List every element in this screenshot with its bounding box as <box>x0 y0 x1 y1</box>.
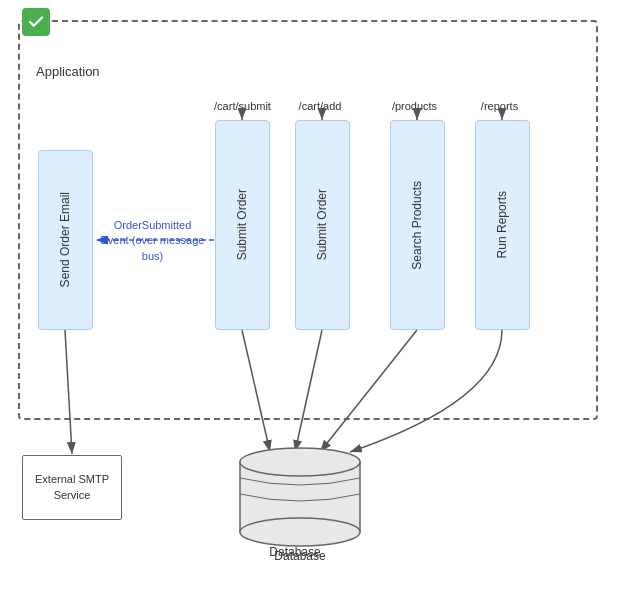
event-label: OrderSubmitted Event (over message bus) <box>100 218 205 264</box>
application-label: Application <box>36 64 100 79</box>
run-reports-box: Run Reports <box>475 120 530 330</box>
smtp-box: External SMTPService <box>22 455 122 520</box>
route-reports: /reports <box>467 100 532 112</box>
send-order-email-box: Send Order Email <box>38 150 93 330</box>
search-products-label: Search Products <box>410 181 426 270</box>
diagram-container: Application /cart/submit /cart/add /prod… <box>0 0 630 593</box>
send-order-email-label: Send Order Email <box>58 192 74 287</box>
route-cart-add: /cart/add <box>290 100 350 112</box>
submit-order-1-label: Submit Order <box>235 189 251 260</box>
route-products: /products <box>382 100 447 112</box>
submit-order-1-box: Submit Order <box>215 120 270 330</box>
submit-order-2-label: Submit Order <box>315 189 331 260</box>
search-products-box: Search Products <box>390 120 445 330</box>
svg-rect-11 <box>240 462 360 532</box>
route-cart-submit: /cart/submit <box>210 100 275 112</box>
submit-order-2-box: Submit Order <box>295 120 350 330</box>
smtp-label: External SMTPService <box>35 472 109 503</box>
svg-point-13 <box>240 518 360 546</box>
checkmark-icon <box>22 8 50 36</box>
database-label: Database <box>235 545 355 559</box>
run-reports-label: Run Reports <box>495 191 511 258</box>
svg-point-12 <box>240 448 360 476</box>
